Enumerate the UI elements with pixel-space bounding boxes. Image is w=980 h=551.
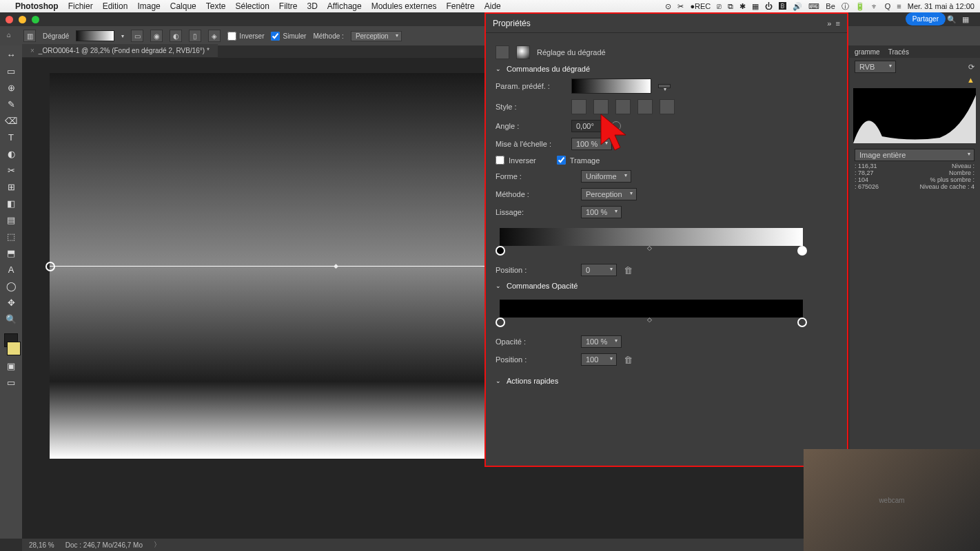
status-icon[interactable]: ≡ (897, 2, 901, 10)
simuler-check[interactable]: Simuler (271, 32, 306, 41)
screen-mode-icon[interactable]: ▭ (3, 376, 19, 388)
status-icon[interactable]: ⎚ (717, 2, 722, 10)
workspace-icon[interactable]: ▦ (962, 15, 969, 24)
ellipse-tool[interactable]: ◯ (3, 280, 19, 292)
menu-selection[interactable]: Sélection (235, 1, 269, 11)
status-icon[interactable]: ▦ (752, 2, 759, 11)
status-icon[interactable]: ⧉ (728, 2, 733, 11)
document-tab[interactable]: × _ORO0064-1 @ 28,2% (Fond en dégradé 2,… (22, 44, 218, 58)
home-icon[interactable]: ⌂ (7, 31, 17, 41)
zoom-level[interactable]: 28,16 % (29, 541, 54, 549)
pen-tool[interactable]: ⬚ (3, 230, 19, 242)
minimize-dot[interactable] (19, 16, 26, 23)
inverser-check[interactable]: Inverser (227, 32, 264, 41)
mask-mode-icon[interactable]: ▣ (3, 360, 19, 372)
opacity-editor-bar[interactable] (500, 300, 803, 318)
zoom-tool[interactable]: 🔍 (3, 313, 19, 325)
menu-aide[interactable]: Aide (484, 1, 501, 11)
preset-swatch[interactable] (571, 79, 651, 94)
grad-radial-icon[interactable]: ◉ (150, 30, 163, 42)
menu-modules[interactable]: Modules externes (371, 1, 437, 11)
tab-histogramme[interactable]: gramme (855, 48, 880, 56)
mask-icon[interactable] (516, 45, 530, 59)
menu-3d[interactable]: 3D (307, 1, 318, 11)
panel-menu-icon[interactable]: ≡ (836, 19, 840, 28)
share-button[interactable]: Partager (906, 12, 946, 25)
status-icon[interactable]: ⓘ (841, 1, 849, 12)
gradient-preview[interactable] (76, 30, 114, 41)
status-icon[interactable]: ✂ (677, 2, 684, 11)
zoom-dot[interactable] (32, 16, 39, 23)
status-icon[interactable]: 🔊 (793, 2, 802, 11)
path-tool[interactable]: A (3, 263, 19, 276)
warning-icon[interactable]: ▲ (849, 76, 980, 84)
position2-input[interactable]: 100 (581, 353, 617, 366)
section-commandes-degrade[interactable]: ⌄Commandes du dégradé (496, 65, 837, 73)
section-actions-rapides[interactable]: ⌄Actions rapides (496, 377, 837, 385)
angle-input[interactable]: 0,00° (571, 120, 604, 132)
forme-select[interactable]: Uniforme (581, 170, 631, 183)
grad-angle-icon[interactable]: ◐ (170, 30, 182, 42)
gradient-line[interactable] (50, 266, 511, 267)
opacity-stop-start[interactable] (496, 318, 505, 327)
dodge-tool[interactable]: ◐ (3, 147, 19, 160)
color-stop-end[interactable] (797, 246, 807, 256)
refresh-icon[interactable]: ⟳ (968, 63, 974, 72)
preset-dropdown[interactable] (658, 84, 671, 88)
style-radial-icon[interactable] (593, 99, 609, 114)
angle-dial-icon[interactable] (611, 121, 621, 131)
status-icon[interactable]: Q (885, 2, 891, 10)
patch-tool[interactable]: ▤ (3, 214, 19, 226)
status-icon[interactable]: ⏻ (765, 2, 773, 10)
midpoint-handle[interactable]: ◇ (647, 245, 652, 251)
move-tool[interactable]: ↔ (3, 48, 19, 61)
bg-swatch[interactable] (7, 342, 21, 355)
status-icon[interactable]: ᯤ (871, 2, 879, 10)
grad-linear-icon[interactable]: ▭ (131, 30, 143, 42)
menu-fichier[interactable]: Fichier (68, 1, 93, 11)
tramage-checkbox[interactable]: Tramage (557, 156, 600, 165)
status-icon[interactable]: ⌨ (808, 2, 819, 11)
channel-select[interactable]: RVB (855, 61, 896, 73)
opacite-select[interactable]: 100 % (581, 335, 622, 348)
gradient-tool[interactable]: ◧ (3, 197, 19, 209)
style-angle-icon[interactable] (615, 99, 631, 114)
tab-traces[interactable]: Tracés (888, 48, 909, 56)
gradient-midpoint-handle[interactable]: ◆ (334, 262, 338, 269)
hand-tool[interactable]: ✥ (3, 296, 19, 309)
menu-filtre[interactable]: Filtre (279, 1, 298, 11)
style-reflected-icon[interactable] (637, 99, 653, 114)
adjustment-icon[interactable] (496, 45, 509, 59)
app-name[interactable]: Photoshop (15, 1, 59, 11)
menu-fenetre[interactable]: Fenêtre (446, 1, 474, 11)
doc-layout-icon[interactable]: ▥ (23, 30, 36, 42)
type-tool[interactable]: T (3, 131, 19, 143)
delete-stop-icon[interactable]: 🗑 (624, 265, 633, 276)
eraser-tool[interactable]: ⌫ (3, 114, 19, 127)
collapse-icon[interactable]: » (827, 19, 831, 28)
crop-tool[interactable]: ✂ (3, 164, 19, 176)
opacity-stop-end[interactable] (797, 318, 807, 327)
status-icon[interactable]: 🔋 (855, 2, 865, 11)
menu-texte[interactable]: Texte (206, 1, 226, 11)
lasso-tool[interactable]: ⊕ (3, 81, 19, 94)
frame-tool[interactable]: ⊞ (3, 180, 19, 193)
grad-diamond-icon[interactable]: ◈ (208, 30, 221, 42)
menu-image[interactable]: Image (137, 1, 160, 11)
gradient-editor-bar[interactable] (500, 228, 803, 246)
section-commandes-opacite[interactable]: ⌄Commandes Opacité (496, 282, 837, 290)
menu-calque[interactable]: Calque (170, 1, 196, 11)
clock-text[interactable]: Mer. 31 mai à 12:00 (908, 2, 974, 10)
region-select[interactable]: Image entière (855, 149, 974, 161)
grad-reflected-icon[interactable]: ▯ (189, 30, 201, 42)
search-icon[interactable]: 🔍 (947, 15, 957, 24)
gradient-start-handle[interactable] (45, 262, 55, 271)
inverser-checkbox[interactable]: Inverser (496, 156, 536, 165)
methode-select[interactable]: Perception (351, 31, 402, 41)
status-icon[interactable]: Be (826, 2, 835, 10)
opacity-midpoint-handle[interactable]: ◇ (647, 316, 652, 323)
brush-tool[interactable]: ✎ (3, 98, 19, 110)
status-icon[interactable]: ✱ (739, 2, 746, 11)
style-diamond-icon[interactable] (660, 99, 675, 114)
status-icon[interactable]: ⊙ (665, 2, 671, 11)
